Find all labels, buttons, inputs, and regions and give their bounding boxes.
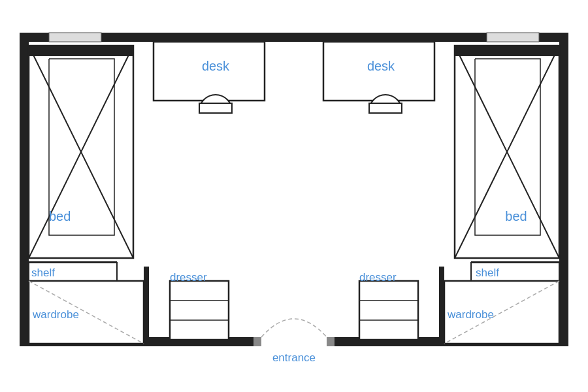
svg-rect-10 bbox=[170, 281, 229, 340]
svg-rect-18 bbox=[455, 46, 559, 56]
svg-rect-9 bbox=[144, 267, 149, 338]
svg-rect-0 bbox=[20, 33, 568, 42]
svg-rect-11 bbox=[359, 281, 418, 340]
svg-rect-7 bbox=[29, 261, 117, 267]
svg-rect-8 bbox=[471, 261, 559, 267]
svg-rect-1 bbox=[20, 337, 255, 346]
svg-rect-22 bbox=[199, 103, 232, 113]
svg-rect-12 bbox=[439, 267, 444, 338]
svg-rect-17 bbox=[455, 46, 559, 258]
svg-line-19 bbox=[455, 46, 559, 258]
svg-rect-6 bbox=[327, 337, 335, 346]
svg-rect-36 bbox=[487, 33, 539, 42]
svg-rect-3 bbox=[20, 33, 29, 346]
label-wardrobe-right: wardrobe bbox=[448, 308, 494, 321]
label-dresser-left: dresser bbox=[170, 271, 207, 284]
svg-rect-24 bbox=[369, 103, 402, 113]
label-entrance: entrance bbox=[255, 351, 333, 365]
svg-rect-2 bbox=[333, 337, 568, 346]
svg-line-20 bbox=[455, 46, 559, 258]
svg-rect-35 bbox=[49, 33, 101, 42]
svg-line-15 bbox=[29, 46, 133, 258]
floor-plan-container: bed bed desk desk shelf shelf wardrobe w… bbox=[10, 13, 578, 379]
label-wardrobe-left: wardrobe bbox=[33, 308, 79, 321]
label-shelf-right: shelf bbox=[476, 267, 499, 280]
svg-rect-4 bbox=[559, 33, 568, 346]
label-dresser-right: dresser bbox=[359, 271, 397, 284]
svg-rect-13 bbox=[29, 46, 133, 258]
label-desk-left: desk bbox=[180, 59, 252, 74]
svg-rect-14 bbox=[29, 46, 133, 56]
svg-rect-5 bbox=[253, 337, 261, 346]
label-bed-right: bed bbox=[483, 209, 549, 224]
label-desk-right: desk bbox=[345, 59, 417, 74]
label-shelf-left: shelf bbox=[31, 267, 55, 280]
floor-plan: bed bed desk desk shelf shelf wardrobe w… bbox=[13, 26, 575, 366]
svg-line-16 bbox=[29, 46, 133, 258]
label-bed-left: bed bbox=[49, 209, 71, 224]
